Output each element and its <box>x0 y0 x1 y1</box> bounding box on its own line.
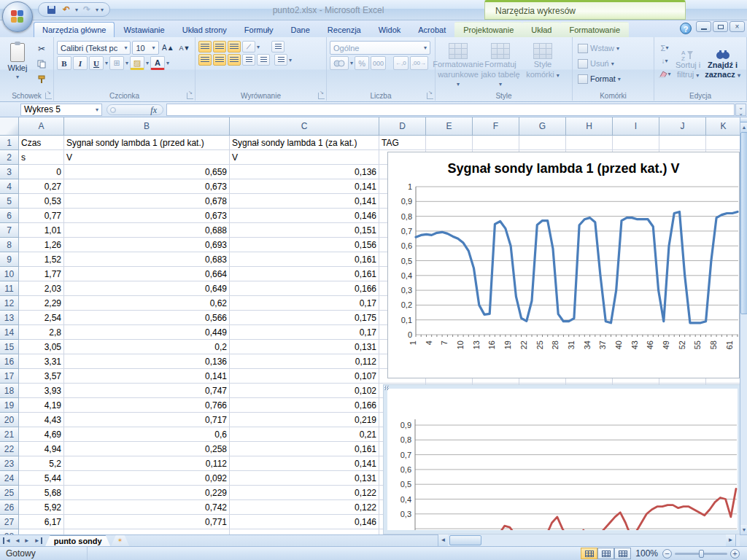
cell-A1[interactable]: Czas <box>19 136 64 150</box>
cell-B15[interactable]: 0,2 <box>64 340 230 354</box>
row-header-1[interactable]: 1 <box>0 136 19 150</box>
cell-A25[interactable]: 5,68 <box>19 486 64 500</box>
orientation-dropdown[interactable]: ▾ <box>257 44 260 50</box>
redo-button[interactable]: ↷ <box>80 4 93 15</box>
insert-cells-button[interactable]: Wstaw ▾ <box>576 41 651 55</box>
cell-C6[interactable]: 0,146 <box>230 209 379 223</box>
cell-C25[interactable]: 0,122 <box>230 486 379 500</box>
column-header-A[interactable]: A <box>19 117 64 136</box>
cell-J1[interactable] <box>659 136 706 150</box>
cell-B10[interactable]: 0,664 <box>64 267 230 281</box>
chart-przed-kat[interactable]: Sygnał sondy lambda 1 (przed kat.) V 00,… <box>387 152 740 378</box>
cell-B22[interactable]: 0,258 <box>64 442 230 456</box>
row-header-28[interactable]: 28 <box>0 529 19 534</box>
cell-A2[interactable]: s <box>19 150 64 165</box>
underline-dropdown[interactable]: ▾ <box>105 60 108 66</box>
format-as-table-button[interactable]: Formatuj jako tabelę ▾ <box>479 39 522 89</box>
cell-B11[interactable]: 0,649 <box>64 281 230 296</box>
cell-B16[interactable]: 0,136 <box>64 354 230 369</box>
column-header-I[interactable]: I <box>613 117 659 136</box>
cell-C16[interactable]: 0,112 <box>230 354 379 369</box>
formula-input[interactable] <box>166 104 735 116</box>
number-format-combo[interactable]: Ogólne ▾ <box>330 41 430 55</box>
cell-A13[interactable]: 2,54 <box>19 311 64 325</box>
align-center-button[interactable] <box>213 54 226 66</box>
office-button[interactable] <box>2 1 33 32</box>
cell-styles-button[interactable]: Style komórki ▾ <box>522 39 564 89</box>
cell-C13[interactable]: 0,175 <box>230 311 379 325</box>
minimize-button[interactable] <box>696 21 711 32</box>
select-all-corner[interactable] <box>0 117 19 136</box>
decrease-decimal-button[interactable]: ,00→ <box>410 56 428 70</box>
cell-C23[interactable]: 0,141 <box>230 456 379 471</box>
row-header-4[interactable]: 4 <box>0 179 19 194</box>
number-dialog-launcher[interactable] <box>427 93 433 99</box>
row-header-3[interactable]: 3 <box>0 165 19 179</box>
font-dialog-launcher[interactable] <box>187 93 193 99</box>
formula-bar-expand-button[interactable]: ⌄⌄ <box>735 104 746 116</box>
cell-A22[interactable]: 4,94 <box>19 442 64 456</box>
horizontal-scroll-thumb[interactable] <box>449 535 481 545</box>
autosum-button[interactable]: Σ▾ <box>656 42 673 54</box>
cell-B6[interactable]: 0,673 <box>64 209 230 223</box>
row-header-23[interactable]: 23 <box>0 456 19 471</box>
cell-H1[interactable] <box>566 136 613 150</box>
cut-button[interactable]: ✂ <box>34 42 49 56</box>
column-header-E[interactable]: E <box>426 117 473 136</box>
font-size-combo[interactable]: 10 ▾ <box>132 41 158 55</box>
row-header-8[interactable]: 8 <box>0 238 19 252</box>
find-select-button[interactable]: Znajdź i zaznacz ▾ <box>703 39 743 89</box>
column-header-B[interactable]: B <box>64 117 230 136</box>
row-header-18[interactable]: 18 <box>0 384 19 398</box>
cell-C10[interactable]: 0,161 <box>230 267 379 281</box>
zoom-level[interactable]: 100% <box>635 548 658 559</box>
column-header-J[interactable]: J <box>659 117 706 136</box>
row-header-15[interactable]: 15 <box>0 340 19 354</box>
borders-button[interactable]: ⊞ <box>109 56 124 70</box>
cell-B4[interactable]: 0,673 <box>64 179 230 194</box>
cell-A26[interactable]: 5,92 <box>19 500 64 515</box>
cell-B9[interactable]: 0,683 <box>64 252 230 267</box>
cell-C5[interactable]: 0,141 <box>230 194 379 209</box>
row-header-7[interactable]: 7 <box>0 223 19 238</box>
cell-A27[interactable]: 6,17 <box>19 515 64 529</box>
cell-B23[interactable]: 0,112 <box>64 456 230 471</box>
cell-C26[interactable]: 0,122 <box>230 500 379 515</box>
cell-C15[interactable]: 0,131 <box>230 340 379 354</box>
row-header-10[interactable]: 10 <box>0 267 19 281</box>
cell-C11[interactable]: 0,166 <box>230 281 379 296</box>
row-header-27[interactable]: 27 <box>0 515 19 529</box>
row-header-17[interactable]: 17 <box>0 369 19 384</box>
cell-A16[interactable]: 3,31 <box>19 354 64 369</box>
thousands-button[interactable]: 000 <box>371 56 386 70</box>
cell-B21[interactable]: 0,6 <box>64 427 230 442</box>
cell-A7[interactable]: 1,01 <box>19 223 64 238</box>
cell-A17[interactable]: 3,57 <box>19 369 64 384</box>
cell-A8[interactable]: 1,26 <box>19 238 64 252</box>
cell-C9[interactable]: 0,161 <box>230 252 379 267</box>
cell-B5[interactable]: 0,678 <box>64 194 230 209</box>
delete-cells-button[interactable]: Usuń ▾ <box>576 56 651 71</box>
cell-B8[interactable]: 0,693 <box>64 238 230 252</box>
cell-B19[interactable]: 0,766 <box>64 398 230 413</box>
column-header-D[interactable]: D <box>379 117 426 136</box>
copy-button[interactable] <box>34 57 49 71</box>
font-color-button[interactable]: A <box>150 56 165 70</box>
row-header-2[interactable]: 2 <box>0 150 19 165</box>
cell-A6[interactable]: 0,77 <box>19 209 64 223</box>
wrap-text-button[interactable] <box>271 41 285 52</box>
cell-B27[interactable]: 0,771 <box>64 515 230 529</box>
cell-C19[interactable]: 0,166 <box>230 398 379 413</box>
cell-B3[interactable]: 0,659 <box>64 165 230 179</box>
chart-za-kat-selected[interactable]: 0,90,80,70,60,50,40,3 <box>383 384 742 534</box>
cell-C3[interactable]: 0,136 <box>230 165 379 179</box>
chart-selection-handle[interactable] <box>384 386 389 390</box>
save-button[interactable] <box>44 4 58 15</box>
split-handle[interactable] <box>740 117 747 122</box>
cell-C22[interactable]: 0,161 <box>230 442 379 456</box>
cell-I1[interactable] <box>613 136 659 150</box>
font-color-dropdown[interactable]: ▾ <box>166 60 169 66</box>
chart-title[interactable]: Sygnał sondy lambda 1 (przed kat.) V <box>388 161 739 176</box>
cell-B12[interactable]: 0,62 <box>64 296 230 311</box>
percent-button[interactable]: % <box>355 56 369 70</box>
